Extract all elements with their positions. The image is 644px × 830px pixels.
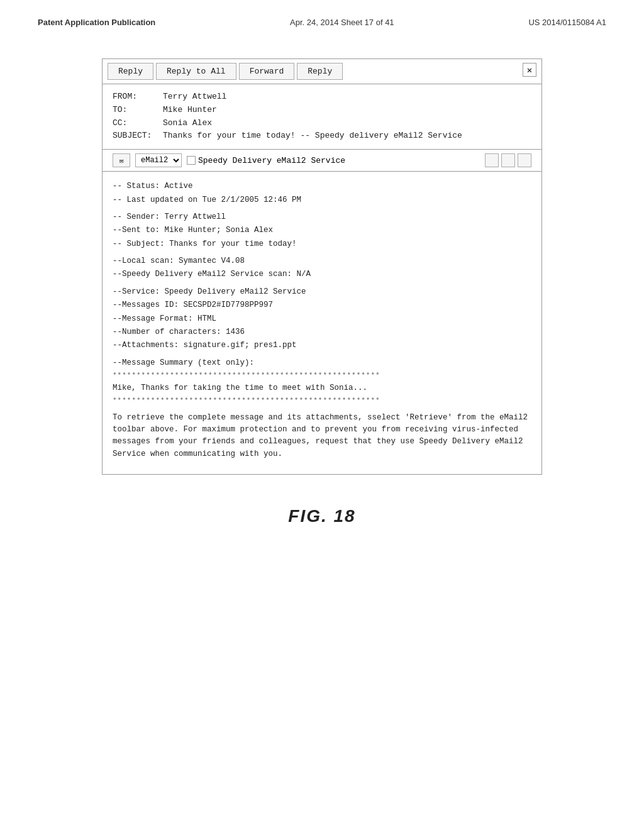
- service-sq-btn-3[interactable]: [518, 153, 531, 167]
- cc-value: Sonia Alex: [163, 117, 531, 130]
- to-value: Mike Hunter: [163, 104, 531, 117]
- email-service-icon: ✉: [113, 153, 130, 167]
- summary-section: --Message Summary (text only): *********…: [113, 357, 531, 407]
- subject-row: SUBJECT: Thanks for your time today! -- …: [113, 130, 531, 143]
- reply-to-all-button[interactable]: Reply to All: [156, 63, 236, 80]
- service-sq-btn-1[interactable]: [485, 153, 499, 167]
- service-line: --Service: Speedy Delivery eMail2 Servic…: [113, 286, 531, 298]
- last-updated-line: -- Last updated on Tue 2/1/2005 12:46 PM: [113, 194, 531, 206]
- char-count-line: --Number of characters: 1436: [113, 326, 531, 338]
- patent-header: Patent Application Publication Apr. 24, …: [0, 0, 644, 33]
- attachments-line: --Attachments: signature.gif; pres1.ppt: [113, 340, 531, 351]
- scan-section: --Local scan: Symantec V4.08 --Speedy De…: [113, 255, 531, 281]
- sent-to-line: --Sent to: Mike Hunter; Sonia Alex: [113, 224, 531, 236]
- status-section: -- Status: Active -- Last updated on Tue…: [113, 180, 531, 206]
- speedy-delivery-checkbox[interactable]: [187, 156, 196, 165]
- figure-caption: FIG. 18: [288, 506, 355, 526]
- service-sq-btn-2[interactable]: [501, 153, 515, 167]
- subject-line: -- Subject: Thanks for your time today!: [113, 238, 531, 250]
- cc-row: CC: Sonia Alex: [113, 117, 531, 130]
- speedy-scan-line: --Speedy Delivery eMail2 Service scan: N…: [113, 268, 531, 280]
- stars-bottom: ****************************************…: [113, 396, 531, 406]
- status-line: -- Status: Active: [113, 180, 531, 192]
- local-scan-line: --Local scan: Symantec V4.08: [113, 255, 531, 267]
- email-body: -- Status: Active -- Last updated on Tue…: [103, 172, 541, 474]
- from-row: FROM: Terry Attwell: [113, 91, 531, 104]
- patent-header-right: US 2014/0115084 A1: [528, 18, 606, 27]
- summary-text-line: Mike, Thanks for taking the time to meet…: [113, 382, 531, 394]
- sender-line: -- Sender: Terry Attwell: [113, 211, 531, 223]
- service-bar-buttons: [485, 153, 531, 167]
- close-icon: ✕: [527, 65, 532, 75]
- email-header-info: FROM: Terry Attwell TO: Mike Hunter CC: …: [103, 84, 541, 150]
- retrieve-section: To retrieve the complete message and its…: [113, 412, 531, 461]
- from-value: Terry Attwell: [163, 91, 531, 104]
- reply-button[interactable]: Reply: [108, 63, 153, 80]
- speedy-delivery-label: Speedy Delivery eMail2 Service: [198, 156, 345, 165]
- retrieve-text: To retrieve the complete message and its…: [113, 412, 531, 461]
- cc-label: CC:: [113, 117, 163, 130]
- stars-top: ****************************************…: [113, 370, 531, 381]
- page: Patent Application Publication Apr. 24, …: [0, 0, 644, 830]
- close-button[interactable]: ✕: [523, 63, 536, 77]
- format-line: --Message Format: HTML: [113, 313, 531, 325]
- reply2-button[interactable]: Reply: [297, 63, 343, 80]
- patent-header-left: Patent Application Publication: [38, 18, 155, 27]
- service-section: --Service: Speedy Delivery eMail2 Servic…: [113, 286, 531, 352]
- from-label: FROM:: [113, 91, 163, 104]
- service-select[interactable]: eMail2: [135, 153, 182, 167]
- subject-value: Thanks for your time today! -- Speedy de…: [163, 130, 531, 143]
- summary-header-line: --Message Summary (text only):: [113, 357, 531, 369]
- email-dialog: ✕ Reply Reply to All Forward Reply FROM:…: [102, 58, 542, 475]
- speedy-delivery-checkbox-area: Speedy Delivery eMail2 Service: [187, 156, 345, 165]
- to-label: TO:: [113, 104, 163, 117]
- toolbar-row: Reply Reply to All Forward Reply: [103, 59, 541, 84]
- messages-id-line: --Messages ID: SECSPD2#ID7798PP997: [113, 299, 531, 311]
- sender-section: -- Sender: Terry Attwell --Sent to: Mike…: [113, 211, 531, 250]
- subject-label: SUBJECT:: [113, 130, 163, 143]
- to-row: TO: Mike Hunter: [113, 104, 531, 117]
- patent-header-center: Apr. 24, 2014 Sheet 17 of 41: [290, 18, 394, 27]
- service-bar: ✉ eMail2 Speedy Delivery eMail2 Service: [103, 150, 541, 172]
- forward-button[interactable]: Forward: [239, 63, 295, 80]
